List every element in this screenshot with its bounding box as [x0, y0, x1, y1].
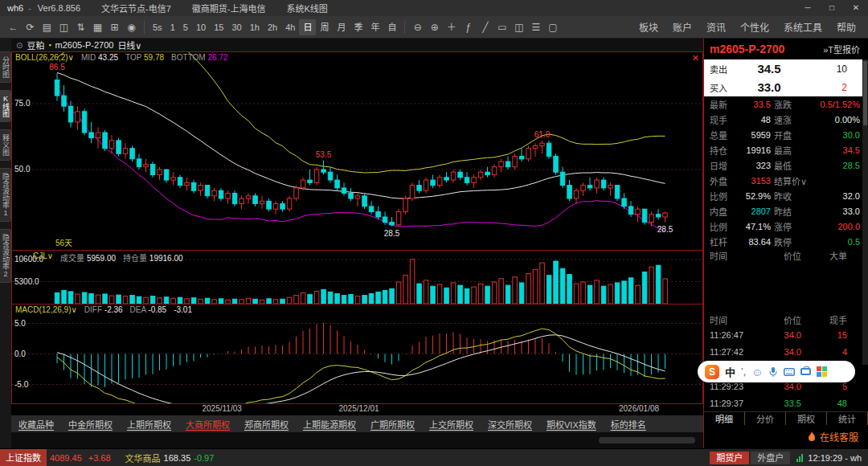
- menu-item[interactable]: 帮助: [829, 20, 863, 34]
- ime-punctuation[interactable]: ’,: [741, 366, 746, 378]
- chart-type-tab[interactable]: K线图: [0, 90, 11, 122]
- volume-gridline-label: 5300.0: [14, 277, 39, 286]
- svg-text:61.0: 61.0: [534, 130, 551, 139]
- exchange-tab[interactable]: 上期所期权: [120, 418, 178, 431]
- menu-item[interactable]: 板块: [632, 20, 665, 34]
- grid-icon[interactable]: ⊞: [106, 19, 123, 35]
- quote-scrollbar-thumb[interactable]: [863, 61, 867, 125]
- online-service[interactable]: 在线客服: [704, 424, 868, 448]
- exchange-tab[interactable]: 收藏品种: [11, 418, 61, 431]
- exchange-tab[interactable]: 上交所期权: [422, 418, 481, 431]
- quote-tab[interactable]: 期权: [786, 412, 827, 425]
- rectangle-tool-icon[interactable]: ▭: [493, 19, 510, 35]
- quote-tab[interactable]: 分价: [745, 412, 786, 425]
- period-button[interactable]: 30: [227, 19, 245, 35]
- macd-settings[interactable]: MACD(12,26,9)∨: [15, 305, 77, 314]
- period-button[interactable]: 5: [179, 19, 192, 35]
- chart-hscrollbar[interactable]: [11, 432, 703, 448]
- trendline-icon[interactable]: ╱: [477, 19, 493, 35]
- exchange-tab[interactable]: 中金所期权: [61, 418, 120, 431]
- minimize-button[interactable]: ─: [796, 0, 820, 16]
- menu-item[interactable]: 账户: [665, 20, 699, 34]
- chart-area: ⊙ 豆粕 ▪ m2605-P-2700 日线∨ 86.553.561.028.5…: [11, 39, 703, 448]
- period-button[interactable]: 季: [350, 19, 366, 35]
- period-button[interactable]: 1h: [246, 19, 264, 35]
- microphone-icon[interactable]: [768, 366, 778, 378]
- maximize-button[interactable]: □: [820, 0, 844, 16]
- period-button[interactable]: 15: [210, 19, 227, 35]
- macd-pane[interactable]: MACD(12,26,9)∨ DIFF -2.36 DEA -0.85 -3.0…: [11, 304, 703, 404]
- quote-tab[interactable]: 明细: [704, 412, 745, 425]
- period-button[interactable]: 5s: [149, 19, 166, 35]
- main-chart-pane[interactable]: 86.553.561.028.528.556天 BOLL(26,26,2)∨ M…: [11, 51, 703, 251]
- exchange-tab[interactable]: 大商所期权: [178, 418, 237, 431]
- alert-bell-icon[interactable]: ◉: [123, 19, 140, 35]
- exchange-tab[interactable]: 期权VIX指数: [539, 418, 604, 431]
- candlestick-chart[interactable]: 86.553.561.028.528.556天: [12, 52, 702, 250]
- period-button[interactable]: 日: [299, 19, 316, 35]
- foreign-account-tab[interactable]: 外盘户: [751, 452, 790, 464]
- connection-signal-icon: [796, 454, 803, 462]
- close-button[interactable]: ✕: [844, 0, 868, 16]
- period-button[interactable]: 年: [366, 19, 383, 35]
- futures-account-tab[interactable]: 期货户: [710, 452, 749, 464]
- period-button[interactable]: 10: [192, 19, 210, 35]
- settings-menu-icon[interactable]: ☰: [527, 19, 544, 35]
- ask-row[interactable]: 卖出 34.5 10: [704, 59, 868, 78]
- menu-item[interactable]: 资讯: [699, 20, 733, 34]
- period-button[interactable]: 2h: [264, 19, 281, 35]
- period-button[interactable]: 1: [166, 19, 179, 35]
- t-quote-link[interactable]: »T型报价: [823, 43, 860, 55]
- exchange-tab[interactable]: 上期能源期权: [296, 418, 363, 431]
- apps-grid-icon[interactable]: [817, 366, 827, 377]
- period-button[interactable]: 周: [316, 19, 333, 35]
- exchange-tab[interactable]: 标的排名: [604, 418, 653, 431]
- index-name[interactable]: 上证指数: [0, 449, 47, 466]
- indicator-fx-icon[interactable]: ƒ: [460, 19, 477, 35]
- boll-top-value: 59.78: [144, 53, 164, 62]
- chart-type-tab[interactable]: 释义图: [0, 129, 11, 161]
- menu-item[interactable]: 系统工具: [776, 20, 829, 34]
- zoom-in-icon[interactable]: ⊕: [426, 19, 443, 35]
- chart-type-tab[interactable]: 分时图: [0, 51, 11, 83]
- back-icon[interactable]: ←: [5, 19, 22, 35]
- kline-chart-icon[interactable]: ◫: [55, 19, 72, 35]
- chart-type-tab[interactable]: 隐含波动率1: [0, 168, 11, 222]
- exchange-tab[interactable]: 深交所期权: [481, 418, 539, 431]
- quote-scrollbar[interactable]: [862, 59, 868, 365]
- chart-type-tab[interactable]: 隐含波动率2: [0, 229, 11, 283]
- macd-chart[interactable]: [12, 305, 702, 403]
- toolbox-icon[interactable]: [800, 368, 811, 375]
- hscrollbar-thumb[interactable]: [599, 437, 695, 444]
- close-chart-icon[interactable]: ✕: [692, 53, 699, 63]
- boll-settings[interactable]: BOLL(26,26,2)∨: [15, 53, 74, 62]
- sogou-logo-icon[interactable]: S: [705, 365, 719, 379]
- wh-index-name[interactable]: 文华商品: [114, 452, 161, 464]
- keyboard-icon[interactable]: [784, 368, 795, 376]
- compare-icon[interactable]: ⇅: [72, 19, 89, 35]
- volume-pane[interactable]: CJL∨ 成交量 5959.00 持仓量 19916.00 10600.0 53…: [11, 250, 703, 305]
- exchange-tab[interactable]: 郑商所期权: [237, 418, 296, 431]
- fullscreen-icon[interactable]: ▢: [544, 19, 561, 35]
- quote-header: m2605-P-2700 »T型报价: [704, 39, 868, 59]
- quote-tab[interactable]: 统计: [827, 412, 868, 425]
- instrument-name: 豆粕: [27, 39, 44, 51]
- period-button[interactable]: 月: [333, 19, 350, 35]
- zoom-out-icon[interactable]: ⊖: [409, 19, 426, 35]
- refresh-icon[interactable]: ⟳: [22, 19, 39, 35]
- crosshair-icon[interactable]: ＋: [443, 19, 460, 35]
- blocks-icon[interactable]: ▦: [89, 19, 106, 35]
- toolbar: ←⟳▤◫⇅▦⊞◉ 5s151015301h2h4h日周月季年自 ⊖⊕＋ƒ╱▭◫☰…: [0, 16, 868, 39]
- menu-item[interactable]: 个性化: [733, 20, 776, 34]
- bid-row[interactable]: 买入 33.0 2: [704, 78, 868, 96]
- cjl-settings[interactable]: CJL∨: [33, 251, 53, 264]
- period-button[interactable]: 4h: [281, 19, 299, 35]
- ime-mode-chinese[interactable]: 中: [725, 364, 735, 379]
- exchange-tab[interactable]: 广期所期权: [363, 418, 422, 431]
- period-selector[interactable]: 日线∨: [117, 39, 141, 51]
- period-button[interactable]: 自: [383, 19, 400, 35]
- ime-toolbar[interactable]: S 中 ’, ☺: [698, 361, 855, 382]
- smiley-icon[interactable]: ☺: [751, 366, 763, 378]
- layout-icon[interactable]: ▤: [39, 19, 55, 35]
- pane-split-icon[interactable]: ◫: [510, 19, 527, 35]
